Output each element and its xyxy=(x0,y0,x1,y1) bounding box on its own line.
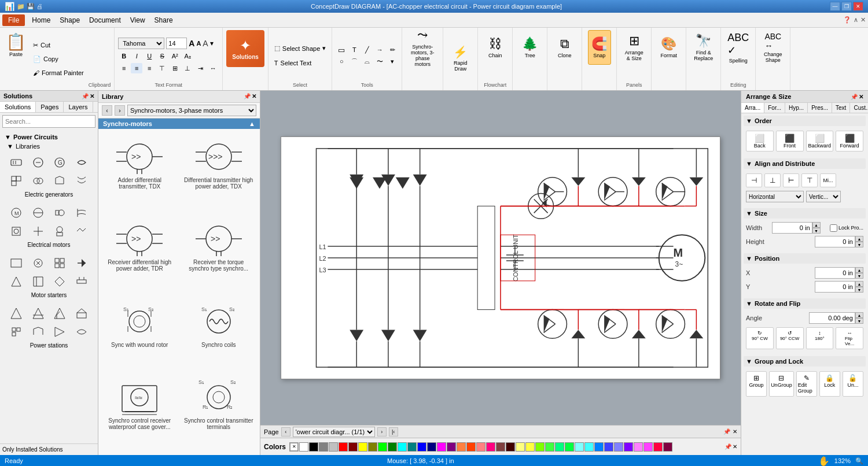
subscript-btn[interactable]: A₂ xyxy=(182,51,193,61)
edit-group-btn[interactable]: ✎Edit Group xyxy=(796,371,817,397)
color-crimson[interactable] xyxy=(653,442,663,452)
em-item-1[interactable]: M xyxy=(6,205,27,221)
color-dark-red[interactable] xyxy=(506,442,515,452)
page-prev-btn[interactable]: ‹ xyxy=(281,427,290,437)
change-shape-btn[interactable]: ABC↔ ChangeShape xyxy=(762,30,785,65)
color-aqua[interactable] xyxy=(398,442,407,452)
vertical-dropdown[interactable]: Vertic... xyxy=(806,191,841,202)
rapid-draw-btn[interactable]: ⚡ RapidDraw xyxy=(453,30,468,87)
back-btn[interactable]: ⬜ Back xyxy=(746,131,774,151)
ps-item-2[interactable] xyxy=(28,305,49,321)
ms-item-8[interactable] xyxy=(71,273,93,290)
font-select[interactable]: Tahoma xyxy=(118,38,164,49)
hand-tool-icon[interactable]: ✋ xyxy=(818,456,830,467)
close-colors-btn[interactable]: ✕ xyxy=(733,443,737,450)
arrow-tool[interactable]: → xyxy=(374,45,385,55)
color-silver[interactable] xyxy=(329,442,338,452)
close-panel-icon[interactable]: ✕ xyxy=(860,16,866,24)
grow-font-btn[interactable]: A xyxy=(189,39,194,48)
ps-item-1[interactable] xyxy=(6,305,27,321)
solutions-search[interactable] xyxy=(2,115,95,128)
eg-item-1[interactable] xyxy=(6,154,27,171)
height-input[interactable] xyxy=(815,236,855,247)
close-right-btn[interactable]: ✕ xyxy=(859,94,863,100)
pin-solutions-btn[interactable]: 📌 xyxy=(82,93,89,99)
position-header[interactable]: ▼Position xyxy=(744,253,866,264)
lib-item-4[interactable]: S₁ S₂ Sync with wound rotor xyxy=(101,296,179,371)
color-periwinkle[interactable] xyxy=(604,442,613,452)
color-gray[interactable] xyxy=(319,442,328,452)
font-size-input[interactable] xyxy=(166,38,187,49)
color-blue[interactable] xyxy=(417,442,426,452)
document-menu[interactable]: Document xyxy=(84,14,126,26)
color-red[interactable] xyxy=(339,442,348,452)
shrink-font-btn[interactable]: A xyxy=(196,40,201,47)
freehand-tool[interactable]: 〜 xyxy=(374,56,385,66)
format-btn[interactable]: 🎨 Format xyxy=(657,30,681,65)
ms-item-7[interactable] xyxy=(49,273,71,290)
color-fuchsia[interactable] xyxy=(437,442,446,452)
eg-item-4[interactable] xyxy=(71,154,93,171)
share-menu[interactable]: Share xyxy=(150,14,178,26)
width-up-btn[interactable]: ▲ xyxy=(812,222,821,228)
pages-tab[interactable]: Pages xyxy=(36,102,64,112)
unlock-btn[interactable]: 🔓Un... xyxy=(843,371,863,397)
y-down-btn[interactable]: ▼ xyxy=(855,287,863,293)
rotate-header[interactable]: ▼Rotate and Flip xyxy=(744,298,866,309)
color-lime[interactable] xyxy=(378,442,387,452)
color-green[interactable] xyxy=(388,442,397,452)
front-btn[interactable]: ⬛ Front xyxy=(776,131,804,151)
forward-btn[interactable]: ⬛ Forward xyxy=(836,131,863,151)
chain-btn[interactable]: ⛓ Chain xyxy=(484,30,507,65)
ms-item-2[interactable] xyxy=(28,255,49,271)
close-page-btn[interactable]: ✕ xyxy=(733,428,737,435)
x-up-btn[interactable]: ▲ xyxy=(855,267,863,273)
lock-proportion-check[interactable]: Lock Pro... xyxy=(830,224,863,232)
close-library-btn[interactable]: ✕ xyxy=(252,93,256,100)
color-light-green[interactable] xyxy=(545,442,554,452)
color-orange-light[interactable] xyxy=(457,442,466,452)
align-right-btn[interactable]: ≡ xyxy=(144,63,155,73)
lib-forward-btn[interactable]: › xyxy=(115,105,125,116)
ms-item-1[interactable] xyxy=(6,255,27,271)
canvas-container[interactable]: CONTROL UNIT L1 L2 L3 xyxy=(260,91,741,425)
em-item-6[interactable] xyxy=(28,223,49,239)
em-item-7[interactable] xyxy=(49,223,71,239)
select-text-btn[interactable]: T Select Text xyxy=(272,57,328,69)
ps-item-6[interactable] xyxy=(28,324,49,340)
rotate-180-btn[interactable]: ↕180° xyxy=(806,327,834,349)
collapse-lib-btn[interactable]: ▲ xyxy=(249,120,255,127)
minimize-ribbon-icon[interactable]: ∧ xyxy=(854,16,858,24)
eg-item-5[interactable] xyxy=(6,173,27,189)
lock-btn[interactable]: 🔒Lock xyxy=(819,371,840,397)
ms-item-6[interactable] xyxy=(28,273,49,290)
color-yellow-green[interactable] xyxy=(535,442,545,452)
align-left-btn[interactable]: ≡ xyxy=(118,63,130,73)
libraries-header[interactable]: ▼Libraries xyxy=(2,142,95,151)
color-violet[interactable] xyxy=(624,442,633,452)
align-top-btn[interactable]: ⊤ xyxy=(156,63,168,73)
align-right-btn[interactable]: ⊢ xyxy=(783,173,799,187)
help-icon[interactable]: ❓ xyxy=(843,16,851,24)
hyp-tab[interactable]: Hyp... xyxy=(785,103,808,113)
line-tool[interactable]: ╱ xyxy=(361,45,373,55)
pin-right-btn[interactable]: 📌 xyxy=(851,94,858,100)
em-item-8[interactable] xyxy=(71,223,93,239)
color-orange[interactable] xyxy=(466,442,476,452)
em-item-4[interactable] xyxy=(71,205,93,221)
lib-item-2[interactable]: >> Receiver differential high power adde… xyxy=(101,213,179,294)
lib-item-1[interactable]: >>> Differential transmitter high power … xyxy=(180,131,258,212)
rotate-ccw-btn[interactable]: ↺90° CCW xyxy=(776,327,804,349)
ungroup-btn[interactable]: ⊟UnGroup xyxy=(769,371,794,397)
text-tab[interactable]: Text xyxy=(832,103,850,113)
more-tools-btn[interactable]: ▾ xyxy=(387,56,398,66)
width-down-btn[interactable]: ▼ xyxy=(812,228,821,234)
home-menu[interactable]: Home xyxy=(27,14,55,26)
ms-item-3[interactable] xyxy=(49,255,71,271)
color-yellow[interactable] xyxy=(358,442,367,452)
snap-btn[interactable]: 🧲 Snap xyxy=(588,30,611,65)
align-top-btn[interactable]: ⊤ xyxy=(801,173,818,187)
color-black[interactable] xyxy=(309,442,318,452)
file-menu[interactable]: File xyxy=(2,14,25,26)
lib-back-btn[interactable]: ‹ xyxy=(102,105,112,116)
